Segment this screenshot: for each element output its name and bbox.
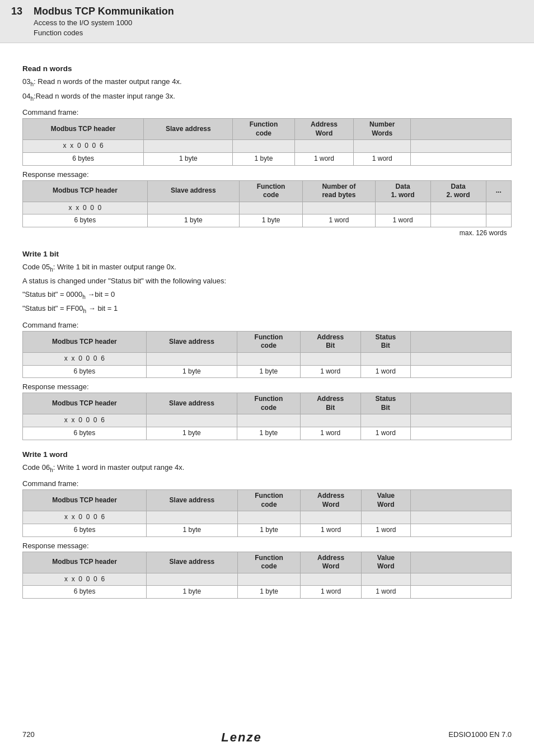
col-tcp-header: Modbus TCP header [23, 119, 144, 140]
write-word-response-table: Modbus TCP header Slave address Function… [22, 552, 512, 599]
tcp-wb-bytes: 6 bytes [23, 365, 147, 378]
status-wbr-val [360, 414, 410, 427]
tcp-wbr-bytes: 6 bytes [23, 427, 147, 440]
tcp-val-r: x x 0 0 0 [23, 202, 148, 214]
func-val [233, 140, 294, 153]
value-ww-val [361, 511, 410, 524]
col-slave-addr: Slave address [144, 119, 233, 140]
section-read-n-words: Read n words 03h: Read n words of the ma… [22, 64, 512, 240]
func-ww-val [237, 511, 301, 524]
col-slave-wwr: Slave address [147, 552, 238, 573]
value-wwr-val [361, 573, 410, 586]
col-data2: Data2. word [430, 180, 486, 202]
func-wb-val [237, 352, 300, 365]
col-dots: ... [486, 180, 511, 202]
col-addr-word: AddressWord [294, 119, 354, 140]
write-1-word-line1: Code 06h: Write 1 word in master output … [22, 462, 512, 474]
col-addr-bit-wb: AddressBit [300, 331, 360, 352]
col-addr-word-ww: AddressWord [301, 490, 361, 511]
table-row: 6 bytes 1 byte 1 byte 1 word 1 word [23, 152, 512, 165]
slave-wb-val [146, 352, 237, 365]
section-write-1-word: Write 1 word Code 06h: Write 1 word in m… [22, 450, 512, 599]
num-val [354, 140, 411, 153]
func-wbr-bytes: 1 byte [237, 427, 300, 440]
addr-bytes: 1 word [294, 152, 354, 165]
empty-val [411, 140, 512, 153]
slave-ww-bytes: 1 byte [147, 524, 238, 536]
table-row: x x 0 0 0 [23, 202, 512, 214]
col-slave-wbr: Slave address [146, 393, 237, 414]
empty-wwr-val [411, 573, 512, 586]
dots-bytes [486, 214, 511, 227]
tcp-val: x x 0 0 0 6 [23, 140, 144, 153]
lenze-logo: Lenze [221, 730, 261, 745]
section-write-1-bit: Write 1 bit Code 05h: Write 1 bit in mas… [22, 250, 512, 440]
read-n-words-line1: 03h: Read n words of the master output r… [22, 76, 512, 88]
data2-bytes [430, 214, 486, 227]
func-wb-bytes: 1 byte [237, 365, 300, 378]
dots-val [486, 202, 511, 214]
slave-ww-val [147, 511, 238, 524]
col-data1: Data1. word [375, 180, 430, 202]
page-subtitle1: Access to the I/O system 1000 [34, 18, 174, 28]
tcp-wwr-val: x x 0 0 0 6 [23, 573, 147, 586]
col-slave-ww: Slave address [147, 490, 238, 511]
page-header: 13 Modbus TCP Kommunikation Access to th… [0, 0, 534, 43]
status-wb-val [360, 352, 410, 365]
tcp-ww-bytes: 6 bytes [23, 524, 147, 536]
table-row: x x 0 0 0 6 [23, 352, 512, 365]
slave-bytes-r: 1 byte [147, 214, 239, 227]
num-val-r [303, 202, 375, 214]
read-n-words-line2: 04h:Read n words of the master input ran… [22, 91, 512, 103]
col-func-r: Functioncode [239, 180, 303, 202]
page-footer: 720 Lenze EDSIO1000 EN 7.0 [0, 730, 534, 745]
read-command-table: Modbus TCP header Slave address Function… [22, 118, 512, 165]
response-label-2: Response message: [22, 382, 512, 391]
tcp-bytes: 6 bytes [23, 152, 144, 165]
main-content: Read n words 03h: Read n words of the ma… [0, 43, 534, 623]
func-ww-bytes: 1 byte [237, 524, 301, 536]
table-row: x x 0 0 0 6 [23, 414, 512, 427]
col-empty-wwr [411, 552, 512, 573]
value-ww-bytes: 1 word [361, 524, 410, 536]
command-frame-label-1: Command frame: [22, 108, 512, 116]
addr-wwr-val [301, 573, 361, 586]
slave-wwr-bytes: 1 byte [147, 586, 238, 599]
col-tcp-ww: Modbus TCP header [23, 490, 147, 511]
empty-wwr-bytes [411, 586, 512, 599]
addr-wb-bytes: 1 word [300, 365, 360, 378]
addr-ww-bytes: 1 word [301, 524, 361, 536]
write-1-bit-line1: Code 05h: Write 1 bit in master output r… [22, 262, 512, 274]
write-bit-response-table: Modbus TCP header Slave address Function… [22, 393, 512, 440]
empty-ww-val [411, 511, 512, 524]
data1-bytes: 1 word [375, 214, 430, 227]
page-title: Modbus TCP Kommunikation [34, 6, 174, 18]
addr-wbr-val [300, 414, 360, 427]
table-row: x x 0 0 0 6 [23, 573, 512, 586]
col-empty-ww [411, 490, 512, 511]
write-1-bit-line2: A status is changed under "Status bit" w… [22, 276, 512, 287]
slave-val-r [147, 202, 239, 214]
write-1-bit-line3: "Status bit" = 0000h →bit = 0 [22, 289, 512, 301]
table-row: 6 bytes 1 byte 1 byte 1 word 1 word [23, 586, 512, 599]
tcp-wwr-bytes: 6 bytes [23, 586, 147, 599]
status-wbr-bytes: 1 word [360, 427, 410, 440]
col-addr-word-wwr: AddressWord [301, 552, 361, 573]
response-label-1: Response message: [22, 170, 512, 179]
read-n-words-heading: Read n words [22, 64, 512, 73]
value-wwr-bytes: 1 word [361, 586, 410, 599]
empty-ww-bytes [411, 524, 512, 536]
num-bytes: 1 word [354, 152, 411, 165]
empty-wbr-val [411, 414, 512, 427]
tcp-wb-val: x x 0 0 0 6 [23, 352, 147, 365]
col-slave-wb: Slave address [146, 331, 237, 352]
addr-wb-val [300, 352, 360, 365]
empty-wbr-bytes [411, 427, 512, 440]
status-wb-bytes: 1 word [360, 365, 410, 378]
slave-wwr-val [147, 573, 238, 586]
table-row: 6 bytes 1 byte 1 byte 1 word 1 word [23, 365, 512, 378]
table-row: x x 0 0 0 6 [23, 511, 512, 524]
write-1-bit-heading: Write 1 bit [22, 250, 512, 258]
table-row: 6 bytes 1 byte 1 byte 1 word 1 word [23, 214, 512, 227]
slave-wb-bytes: 1 byte [146, 365, 237, 378]
